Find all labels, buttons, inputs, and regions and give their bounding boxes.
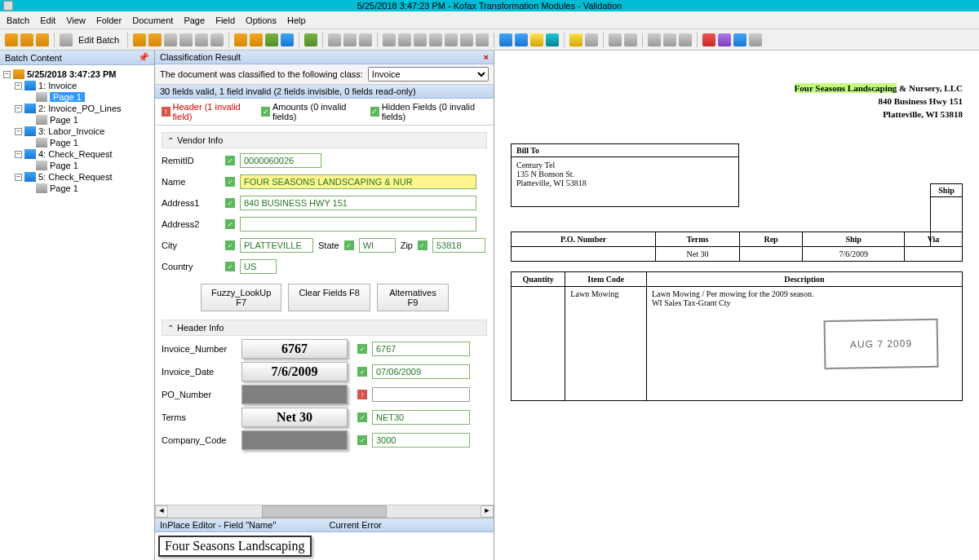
tab-amounts[interactable]: ✓Amounts (0 invalid fields): [258, 101, 364, 122]
toolbar-icon[interactable]: [36, 33, 49, 46]
toolbar-icon[interactable]: [383, 33, 396, 46]
scroll-thumb[interactable]: [262, 505, 387, 518]
inplace-value[interactable]: Four Seasons Landscaping: [158, 536, 312, 557]
tree-collapse-icon[interactable]: −: [15, 151, 22, 158]
menu-field[interactable]: Field: [215, 15, 235, 25]
menu-folder[interactable]: Folder: [96, 15, 122, 25]
toolbar-icon[interactable]: [585, 33, 598, 46]
batch-tree[interactable]: −5/25/2018 3:47:23 PM −1: Invoice Page 1…: [0, 65, 154, 560]
toolbar-icon[interactable]: [359, 33, 372, 46]
city-input[interactable]: [240, 238, 313, 253]
scroll-right-icon[interactable]: ►: [481, 505, 494, 518]
menu-edit[interactable]: Edit: [40, 15, 55, 25]
toolbar-icon[interactable]: [733, 33, 746, 46]
toolbar-icon[interactable]: [569, 33, 583, 46]
toolbar-icon[interactable]: [445, 33, 458, 46]
alternatives-button[interactable]: AlternativesF9: [377, 284, 449, 311]
fuzzy-lookup-button[interactable]: Fuzzy_LookUpF7: [201, 284, 281, 311]
tree-doc[interactable]: 2: Invoice_PO_Lines: [38, 104, 122, 113]
copy-icon[interactable]: [663, 33, 676, 46]
scroll-left-icon[interactable]: ◄: [155, 505, 168, 518]
toolbar-icon[interactable]: [281, 33, 294, 46]
menu-help[interactable]: Help: [287, 15, 306, 25]
tree-collapse-icon[interactable]: −: [3, 71, 11, 78]
toolbar-icon[interactable]: [250, 33, 263, 46]
tree-doc[interactable]: 4: Check_Request: [38, 149, 113, 159]
tab-hidden[interactable]: ✓Hidden Fields (0 invalid fields): [367, 101, 490, 122]
toolbar-icon[interactable]: [304, 33, 317, 46]
class-select[interactable]: Invoice: [368, 67, 489, 82]
state-input[interactable]: [359, 238, 396, 253]
toolbar-icon[interactable]: [749, 33, 762, 46]
cut-icon[interactable]: [648, 33, 661, 46]
undo-icon[interactable]: [609, 33, 622, 46]
invoice-date-input[interactable]: [372, 364, 470, 379]
tree-page[interactable]: Page 1: [50, 183, 78, 193]
paste-icon[interactable]: [679, 33, 692, 46]
toolbar-icon[interactable]: [148, 33, 162, 46]
redo-icon[interactable]: [624, 33, 637, 46]
pin-icon[interactable]: 📌: [138, 52, 149, 63]
address1-input[interactable]: [240, 196, 476, 210]
menu-document[interactable]: Document: [132, 15, 173, 25]
tree-page[interactable]: Page 1: [50, 115, 78, 125]
toolbar-icon[interactable]: [530, 33, 543, 46]
tree-collapse-icon[interactable]: −: [15, 82, 22, 90]
cursor-icon[interactable]: [398, 33, 411, 46]
toolbar-icon[interactable]: [265, 33, 278, 46]
toolbar-icon[interactable]: [460, 33, 473, 46]
tree-page[interactable]: Page 1: [50, 161, 78, 170]
toolbar-icon[interactable]: [60, 33, 73, 46]
toolbar-icon[interactable]: [210, 33, 224, 46]
toolbar-icon[interactable]: [133, 33, 146, 46]
tree-doc[interactable]: 1: Invoice: [38, 81, 77, 90]
tree-page[interactable]: Page 1: [50, 138, 78, 148]
tree-root[interactable]: 5/25/2018 3:47:23 PM: [27, 69, 116, 79]
toolbar-icon[interactable]: [179, 33, 193, 46]
tree-doc[interactable]: 3: Labor_Invoice: [38, 126, 104, 136]
tree-collapse-icon[interactable]: −: [15, 174, 22, 181]
tree-collapse-icon[interactable]: −: [15, 128, 22, 135]
company-code-input[interactable]: [372, 433, 470, 448]
section-header-info[interactable]: Header Info: [162, 320, 487, 336]
toolbar-icon[interactable]: [164, 33, 177, 46]
scroll-track[interactable]: [168, 505, 481, 518]
toolbar-icon[interactable]: [429, 33, 442, 46]
tree-collapse-icon[interactable]: −: [15, 105, 22, 112]
country-input[interactable]: [240, 259, 277, 274]
document-viewer[interactable]: Four Seasons Landscaping & Nursery, LLC …: [494, 51, 979, 560]
clear-fields-button[interactable]: Clear Fields F8: [288, 284, 370, 311]
tab-header[interactable]: !Header (1 invalid field): [158, 101, 255, 122]
close-icon[interactable]: ×: [484, 52, 489, 62]
zip-input[interactable]: [432, 238, 485, 253]
tree-page-selected[interactable]: Page 1: [50, 92, 85, 102]
toolbar-icon[interactable]: [343, 33, 357, 46]
form-body[interactable]: Vendor Info RemitID✓ Name✓ Address1✓ Add…: [155, 126, 494, 505]
edit-batch-button[interactable]: Edit Batch: [75, 35, 122, 45]
menu-view[interactable]: View: [66, 15, 86, 25]
menu-page[interactable]: Page: [184, 15, 205, 25]
toolbar-icon[interactable]: [546, 33, 559, 46]
remitid-input[interactable]: [240, 153, 321, 168]
toolbar-icon[interactable]: [20, 33, 33, 46]
toolbar-icon[interactable]: [718, 33, 731, 46]
terms-input[interactable]: [372, 410, 470, 425]
zoom-out-icon[interactable]: [515, 33, 528, 46]
section-vendor[interactable]: Vendor Info: [162, 132, 487, 148]
zoom-in-icon[interactable]: [499, 33, 512, 46]
invoice-number-input[interactable]: [372, 342, 470, 356]
toolbar-icon[interactable]: [234, 33, 247, 46]
toolbar-icon[interactable]: [414, 33, 427, 46]
po-number-input[interactable]: [372, 387, 470, 402]
toolbar-icon[interactable]: [5, 33, 18, 46]
tree-doc[interactable]: 5: Check_Request: [38, 172, 113, 182]
toolbar-icon[interactable]: [476, 33, 489, 46]
name-input[interactable]: [240, 174, 476, 189]
menu-options[interactable]: Options: [246, 15, 277, 25]
toolbar-icon[interactable]: [328, 33, 341, 46]
address2-input[interactable]: [240, 217, 476, 231]
horizontal-scrollbar[interactable]: ◄ ►: [155, 505, 494, 518]
menu-batch[interactable]: Batch: [7, 15, 29, 25]
toolbar-icon[interactable]: [702, 33, 715, 46]
toolbar-icon[interactable]: [195, 33, 208, 46]
